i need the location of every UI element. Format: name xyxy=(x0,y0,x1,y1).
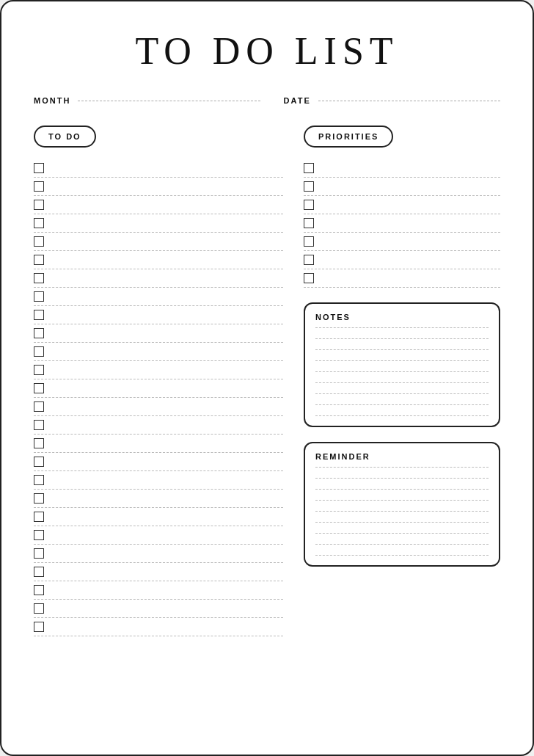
meta-row: MONTH DATE xyxy=(34,96,500,105)
todo-item xyxy=(34,379,283,398)
notes-label: NOTES xyxy=(315,313,489,321)
priority-item xyxy=(304,269,500,288)
todo-item-line xyxy=(51,590,283,591)
todo-item xyxy=(34,306,283,324)
page: TO DO LIST MONTH DATE TO DO xyxy=(0,0,534,756)
priority-item-line xyxy=(321,168,500,169)
todo-item-line xyxy=(51,278,283,279)
todo-checkbox[interactable] xyxy=(34,328,44,338)
todo-checkbox[interactable] xyxy=(34,255,44,265)
priority-item xyxy=(304,159,500,178)
notes-section: NOTES xyxy=(304,302,500,427)
todo-item-line xyxy=(51,223,283,224)
notes-lines xyxy=(315,327,489,416)
priority-checkbox[interactable] xyxy=(304,200,314,210)
notes-line xyxy=(315,360,489,361)
priority-checkbox[interactable] xyxy=(304,236,314,247)
todo-checkbox[interactable] xyxy=(34,475,44,485)
todo-item xyxy=(34,361,283,379)
todo-item-line xyxy=(51,498,283,499)
todo-item-line xyxy=(51,535,283,536)
todo-item xyxy=(34,159,283,178)
notes-line xyxy=(315,371,489,372)
todo-checkbox[interactable] xyxy=(34,346,44,357)
todo-checkbox[interactable] xyxy=(34,622,44,632)
todo-item-line xyxy=(51,407,283,407)
todo-item-line xyxy=(51,315,283,316)
todo-checkbox[interactable] xyxy=(34,548,44,559)
todo-checkbox[interactable] xyxy=(34,365,44,375)
priority-item xyxy=(304,196,500,214)
todo-item xyxy=(34,288,283,306)
todo-item xyxy=(34,233,283,251)
todo-checkbox[interactable] xyxy=(34,420,44,430)
todo-item xyxy=(34,416,283,435)
todo-checkbox[interactable] xyxy=(34,603,44,614)
month-label: MONTH xyxy=(34,96,70,105)
reminder-label: REMINDER xyxy=(315,452,489,461)
todo-item-line xyxy=(51,388,283,389)
todo-checkbox[interactable] xyxy=(34,236,44,247)
todo-item-line xyxy=(51,297,283,297)
priority-checkbox[interactable] xyxy=(304,273,314,283)
todo-item-line xyxy=(51,572,283,573)
todo-checkbox[interactable] xyxy=(34,457,44,467)
todo-column: TO DO xyxy=(34,126,283,636)
todo-item-line xyxy=(51,352,283,352)
todo-item-line xyxy=(51,186,283,187)
reminder-line xyxy=(315,467,489,468)
todo-item xyxy=(34,435,283,453)
priority-item-line xyxy=(321,260,500,261)
todo-item xyxy=(34,526,283,545)
notes-line xyxy=(315,382,489,383)
priority-item xyxy=(304,214,500,233)
todo-checkbox[interactable] xyxy=(34,181,44,192)
todo-item-line xyxy=(51,370,283,371)
todo-checkbox[interactable] xyxy=(34,218,44,228)
reminder-line xyxy=(315,522,489,523)
todo-section-label: TO DO xyxy=(34,126,96,148)
todo-checkbox[interactable] xyxy=(34,310,44,320)
reminder-line xyxy=(315,478,489,479)
todo-checkbox[interactable] xyxy=(34,567,44,577)
priority-checkbox[interactable] xyxy=(304,255,314,265)
todo-item-line xyxy=(51,205,283,206)
todo-checkbox[interactable] xyxy=(34,585,44,595)
todo-item xyxy=(34,508,283,526)
todo-checkbox[interactable] xyxy=(34,273,44,283)
priority-checkbox[interactable] xyxy=(304,163,314,173)
todo-checkbox[interactable] xyxy=(34,291,44,302)
todo-item xyxy=(34,563,283,581)
todo-checkbox[interactable] xyxy=(34,493,44,504)
reminder-line xyxy=(315,500,489,501)
todo-checkbox[interactable] xyxy=(34,512,44,522)
priority-item xyxy=(304,233,500,251)
priorities-section: PRIORITIES xyxy=(304,126,500,288)
todo-item xyxy=(34,471,283,490)
reminder-line xyxy=(315,544,489,545)
reminder-section: REMINDER xyxy=(304,442,500,567)
priority-checkbox[interactable] xyxy=(304,218,314,228)
todo-item xyxy=(34,196,283,214)
todo-checkbox[interactable] xyxy=(34,200,44,210)
notes-box: NOTES xyxy=(304,302,500,427)
todo-checkbox[interactable] xyxy=(34,530,44,540)
todo-item xyxy=(34,545,283,563)
reminder-box: REMINDER xyxy=(304,442,500,567)
todo-item xyxy=(34,178,283,196)
todo-item-line xyxy=(51,425,283,426)
todo-item-line xyxy=(51,260,283,261)
priority-checkbox[interactable] xyxy=(304,181,314,192)
todo-item-line xyxy=(51,627,283,628)
todo-checkbox[interactable] xyxy=(34,401,44,412)
todo-item xyxy=(34,581,283,600)
todo-item-line xyxy=(51,168,283,169)
todo-checkbox[interactable] xyxy=(34,383,44,393)
todo-item xyxy=(34,343,283,361)
todo-item xyxy=(34,251,283,269)
todo-item xyxy=(34,618,283,636)
notes-line xyxy=(315,327,489,328)
todo-checkbox[interactable] xyxy=(34,438,44,448)
todo-checkbox[interactable] xyxy=(34,163,44,173)
reminder-line xyxy=(315,489,489,490)
